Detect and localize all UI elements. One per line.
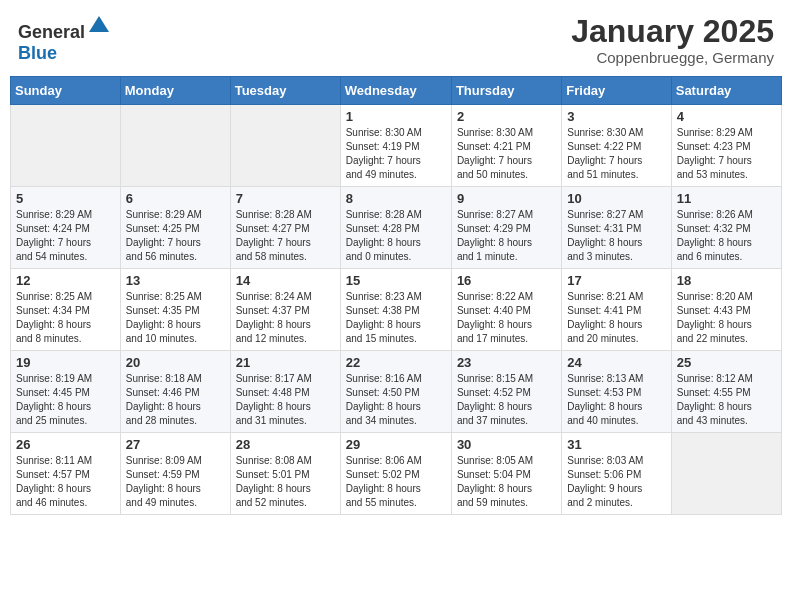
day-number: 10 bbox=[567, 191, 665, 206]
day-number: 15 bbox=[346, 273, 446, 288]
day-info: Sunrise: 8:13 AM Sunset: 4:53 PM Dayligh… bbox=[567, 372, 665, 428]
calendar-cell: 16Sunrise: 8:22 AM Sunset: 4:40 PM Dayli… bbox=[451, 269, 561, 351]
calendar-cell: 2Sunrise: 8:30 AM Sunset: 4:21 PM Daylig… bbox=[451, 105, 561, 187]
calendar-cell bbox=[120, 105, 230, 187]
day-info: Sunrise: 8:27 AM Sunset: 4:29 PM Dayligh… bbox=[457, 208, 556, 264]
day-number: 27 bbox=[126, 437, 225, 452]
day-info: Sunrise: 8:08 AM Sunset: 5:01 PM Dayligh… bbox=[236, 454, 335, 510]
day-number: 14 bbox=[236, 273, 335, 288]
day-info: Sunrise: 8:06 AM Sunset: 5:02 PM Dayligh… bbox=[346, 454, 446, 510]
day-info: Sunrise: 8:20 AM Sunset: 4:43 PM Dayligh… bbox=[677, 290, 776, 346]
calendar-cell: 11Sunrise: 8:26 AM Sunset: 4:32 PM Dayli… bbox=[671, 187, 781, 269]
day-info: Sunrise: 8:19 AM Sunset: 4:45 PM Dayligh… bbox=[16, 372, 115, 428]
day-number: 29 bbox=[346, 437, 446, 452]
logo-general: General bbox=[18, 22, 85, 42]
calendar-week-row: 5Sunrise: 8:29 AM Sunset: 4:24 PM Daylig… bbox=[11, 187, 782, 269]
calendar-cell: 28Sunrise: 8:08 AM Sunset: 5:01 PM Dayli… bbox=[230, 433, 340, 515]
calendar-week-row: 1Sunrise: 8:30 AM Sunset: 4:19 PM Daylig… bbox=[11, 105, 782, 187]
calendar-cell: 1Sunrise: 8:30 AM Sunset: 4:19 PM Daylig… bbox=[340, 105, 451, 187]
day-number: 13 bbox=[126, 273, 225, 288]
day-number: 8 bbox=[346, 191, 446, 206]
weekday-header-cell: Friday bbox=[562, 77, 671, 105]
weekday-header-cell: Saturday bbox=[671, 77, 781, 105]
day-number: 3 bbox=[567, 109, 665, 124]
logo-icon bbox=[87, 14, 111, 38]
calendar-cell: 21Sunrise: 8:17 AM Sunset: 4:48 PM Dayli… bbox=[230, 351, 340, 433]
day-number: 31 bbox=[567, 437, 665, 452]
day-number: 5 bbox=[16, 191, 115, 206]
day-number: 6 bbox=[126, 191, 225, 206]
day-info: Sunrise: 8:03 AM Sunset: 5:06 PM Dayligh… bbox=[567, 454, 665, 510]
calendar-cell: 15Sunrise: 8:23 AM Sunset: 4:38 PM Dayli… bbox=[340, 269, 451, 351]
day-info: Sunrise: 8:25 AM Sunset: 4:35 PM Dayligh… bbox=[126, 290, 225, 346]
day-info: Sunrise: 8:28 AM Sunset: 4:27 PM Dayligh… bbox=[236, 208, 335, 264]
day-number: 17 bbox=[567, 273, 665, 288]
weekday-header-cell: Sunday bbox=[11, 77, 121, 105]
calendar-cell: 30Sunrise: 8:05 AM Sunset: 5:04 PM Dayli… bbox=[451, 433, 561, 515]
day-number: 1 bbox=[346, 109, 446, 124]
day-number: 16 bbox=[457, 273, 556, 288]
day-number: 12 bbox=[16, 273, 115, 288]
day-info: Sunrise: 8:16 AM Sunset: 4:50 PM Dayligh… bbox=[346, 372, 446, 428]
weekday-header-row: SundayMondayTuesdayWednesdayThursdayFrid… bbox=[11, 77, 782, 105]
calendar-cell: 24Sunrise: 8:13 AM Sunset: 4:53 PM Dayli… bbox=[562, 351, 671, 433]
logo: General Blue bbox=[18, 14, 111, 64]
calendar-cell: 27Sunrise: 8:09 AM Sunset: 4:59 PM Dayli… bbox=[120, 433, 230, 515]
day-info: Sunrise: 8:29 AM Sunset: 4:25 PM Dayligh… bbox=[126, 208, 225, 264]
calendar-cell: 23Sunrise: 8:15 AM Sunset: 4:52 PM Dayli… bbox=[451, 351, 561, 433]
calendar-cell: 13Sunrise: 8:25 AM Sunset: 4:35 PM Dayli… bbox=[120, 269, 230, 351]
day-info: Sunrise: 8:30 AM Sunset: 4:22 PM Dayligh… bbox=[567, 126, 665, 182]
calendar-cell: 9Sunrise: 8:27 AM Sunset: 4:29 PM Daylig… bbox=[451, 187, 561, 269]
day-number: 25 bbox=[677, 355, 776, 370]
calendar-cell: 3Sunrise: 8:30 AM Sunset: 4:22 PM Daylig… bbox=[562, 105, 671, 187]
weekday-header-cell: Thursday bbox=[451, 77, 561, 105]
calendar-cell: 20Sunrise: 8:18 AM Sunset: 4:46 PM Dayli… bbox=[120, 351, 230, 433]
calendar-cell: 22Sunrise: 8:16 AM Sunset: 4:50 PM Dayli… bbox=[340, 351, 451, 433]
calendar-cell: 26Sunrise: 8:11 AM Sunset: 4:57 PM Dayli… bbox=[11, 433, 121, 515]
calendar-cell: 29Sunrise: 8:06 AM Sunset: 5:02 PM Dayli… bbox=[340, 433, 451, 515]
calendar-table: SundayMondayTuesdayWednesdayThursdayFrid… bbox=[10, 76, 782, 515]
calendar-cell: 31Sunrise: 8:03 AM Sunset: 5:06 PM Dayli… bbox=[562, 433, 671, 515]
day-info: Sunrise: 8:22 AM Sunset: 4:40 PM Dayligh… bbox=[457, 290, 556, 346]
day-number: 7 bbox=[236, 191, 335, 206]
calendar-cell: 14Sunrise: 8:24 AM Sunset: 4:37 PM Dayli… bbox=[230, 269, 340, 351]
day-number: 19 bbox=[16, 355, 115, 370]
day-number: 21 bbox=[236, 355, 335, 370]
calendar-cell: 10Sunrise: 8:27 AM Sunset: 4:31 PM Dayli… bbox=[562, 187, 671, 269]
day-info: Sunrise: 8:30 AM Sunset: 4:21 PM Dayligh… bbox=[457, 126, 556, 182]
day-number: 24 bbox=[567, 355, 665, 370]
calendar-cell: 25Sunrise: 8:12 AM Sunset: 4:55 PM Dayli… bbox=[671, 351, 781, 433]
day-number: 9 bbox=[457, 191, 556, 206]
day-number: 28 bbox=[236, 437, 335, 452]
day-info: Sunrise: 8:26 AM Sunset: 4:32 PM Dayligh… bbox=[677, 208, 776, 264]
logo-blue: Blue bbox=[18, 43, 57, 63]
weekday-header-cell: Wednesday bbox=[340, 77, 451, 105]
day-info: Sunrise: 8:15 AM Sunset: 4:52 PM Dayligh… bbox=[457, 372, 556, 428]
calendar-cell bbox=[11, 105, 121, 187]
calendar-cell bbox=[671, 433, 781, 515]
day-info: Sunrise: 8:25 AM Sunset: 4:34 PM Dayligh… bbox=[16, 290, 115, 346]
calendar-body: 1Sunrise: 8:30 AM Sunset: 4:19 PM Daylig… bbox=[11, 105, 782, 515]
calendar-cell: 5Sunrise: 8:29 AM Sunset: 4:24 PM Daylig… bbox=[11, 187, 121, 269]
day-info: Sunrise: 8:23 AM Sunset: 4:38 PM Dayligh… bbox=[346, 290, 446, 346]
day-info: Sunrise: 8:11 AM Sunset: 4:57 PM Dayligh… bbox=[16, 454, 115, 510]
calendar-cell: 4Sunrise: 8:29 AM Sunset: 4:23 PM Daylig… bbox=[671, 105, 781, 187]
calendar-cell: 6Sunrise: 8:29 AM Sunset: 4:25 PM Daylig… bbox=[120, 187, 230, 269]
calendar-cell: 17Sunrise: 8:21 AM Sunset: 4:41 PM Dayli… bbox=[562, 269, 671, 351]
day-info: Sunrise: 8:12 AM Sunset: 4:55 PM Dayligh… bbox=[677, 372, 776, 428]
day-info: Sunrise: 8:18 AM Sunset: 4:46 PM Dayligh… bbox=[126, 372, 225, 428]
calendar-cell: 12Sunrise: 8:25 AM Sunset: 4:34 PM Dayli… bbox=[11, 269, 121, 351]
day-number: 18 bbox=[677, 273, 776, 288]
calendar-cell: 8Sunrise: 8:28 AM Sunset: 4:28 PM Daylig… bbox=[340, 187, 451, 269]
calendar-cell: 18Sunrise: 8:20 AM Sunset: 4:43 PM Dayli… bbox=[671, 269, 781, 351]
day-info: Sunrise: 8:29 AM Sunset: 4:24 PM Dayligh… bbox=[16, 208, 115, 264]
day-info: Sunrise: 8:27 AM Sunset: 4:31 PM Dayligh… bbox=[567, 208, 665, 264]
weekday-header-cell: Monday bbox=[120, 77, 230, 105]
calendar-cell: 19Sunrise: 8:19 AM Sunset: 4:45 PM Dayli… bbox=[11, 351, 121, 433]
weekday-header-cell: Tuesday bbox=[230, 77, 340, 105]
calendar-cell: 7Sunrise: 8:28 AM Sunset: 4:27 PM Daylig… bbox=[230, 187, 340, 269]
day-number: 11 bbox=[677, 191, 776, 206]
calendar-cell bbox=[230, 105, 340, 187]
day-number: 23 bbox=[457, 355, 556, 370]
day-info: Sunrise: 8:30 AM Sunset: 4:19 PM Dayligh… bbox=[346, 126, 446, 182]
